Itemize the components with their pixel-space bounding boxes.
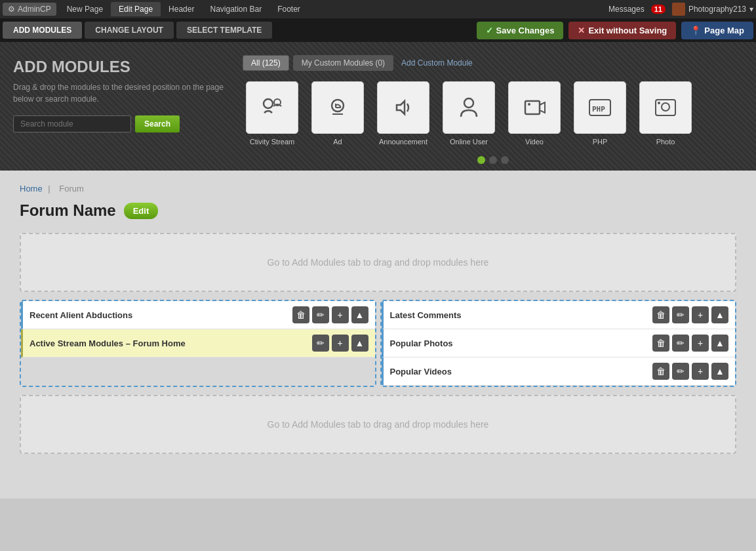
module-search-row: Search xyxy=(13,115,229,133)
popular-videos-add-btn[interactable]: + xyxy=(692,363,709,380)
module-activity-stream[interactable]: Ctivity Stream xyxy=(243,81,302,146)
php-icon-box[interactable]: PHP xyxy=(574,81,626,134)
popular-photos-edit-btn[interactable]: ✏ xyxy=(672,335,689,352)
gear-icon: ⚙ xyxy=(8,5,15,14)
module-online-user[interactable]: Online User xyxy=(439,81,498,146)
popular-videos-delete-btn[interactable]: 🗑 xyxy=(652,363,669,380)
admin-cp-button[interactable]: ⚙ AdminCP xyxy=(3,3,56,16)
online-user-icon xyxy=(456,94,482,121)
video-icon-box[interactable] xyxy=(508,81,561,134)
photo-icon-box[interactable] xyxy=(639,81,692,134)
latest-comments-delete-btn[interactable]: 🗑 xyxy=(652,306,669,323)
recent-alien-edit-btn[interactable]: ✏ xyxy=(312,306,329,323)
right-column: Latest Comments 🗑 ✏ + ▲ Popular Photos 🗑… xyxy=(380,300,737,387)
add-custom-module-link[interactable]: Add Custom Module xyxy=(401,58,473,68)
online-user-icon-box[interactable] xyxy=(443,81,495,134)
messages-label: Messages xyxy=(608,5,645,14)
cross-icon: ✕ xyxy=(578,26,585,35)
active-stream-edit-btn[interactable]: ✏ xyxy=(312,335,329,352)
bottom-drop-zone[interactable]: Go to Add Modules tab to drag and drop m… xyxy=(20,395,736,454)
tab-add-modules[interactable]: ADD MODULES xyxy=(3,22,82,39)
tab-change-layout[interactable]: CHANGE LAYOUT xyxy=(85,22,174,39)
tab-header[interactable]: Header xyxy=(161,2,202,16)
carousel-dot-2[interactable] xyxy=(489,156,497,164)
forum-edit-button[interactable]: Edit xyxy=(124,203,159,219)
username-label: Photography213 xyxy=(688,5,746,14)
save-changes-button[interactable]: ✓ Save Changes xyxy=(477,22,564,39)
header-actions: ✓ Save Changes ✕ Exit without Saving 📍 P… xyxy=(477,22,753,39)
recent-alien-delete-btn[interactable]: 🗑 xyxy=(292,306,309,323)
exit-without-saving-button[interactable]: ✕ Exit without Saving xyxy=(568,22,676,39)
popular-videos-actions: 🗑 ✏ + ▲ xyxy=(652,363,728,380)
recent-alien-add-btn[interactable]: + xyxy=(332,306,349,323)
module-filters: All (125) My Custom Modules (0) Add Cust… xyxy=(243,55,743,71)
latest-comments-edit-btn[interactable]: ✏ xyxy=(672,306,689,323)
admin-cp-label: AdminCP xyxy=(18,5,51,14)
carousel-dot-3[interactable] xyxy=(501,156,509,164)
breadcrumb-home[interactable]: Home xyxy=(20,184,43,194)
tab-edit-page[interactable]: Edit Page xyxy=(111,2,161,16)
ad-icon-box[interactable] xyxy=(311,81,364,134)
module-video[interactable]: Video xyxy=(505,81,564,146)
pin-icon: 📍 xyxy=(690,26,701,35)
popular-photos-up-btn[interactable]: ▲ xyxy=(711,335,728,352)
video-label: Video xyxy=(525,138,544,146)
popular-videos-edit-btn[interactable]: ✏ xyxy=(672,363,689,380)
save-label: Save Changes xyxy=(496,26,555,35)
active-stream-actions: ✏ + ▲ xyxy=(312,335,368,352)
top-drop-zone[interactable]: Go to Add Modules tab to drag and drop m… xyxy=(20,233,736,292)
messages-count[interactable]: 11 xyxy=(651,5,666,14)
tab-new-page[interactable]: New Page xyxy=(59,2,111,16)
filter-all-button[interactable]: All (125) xyxy=(243,55,289,71)
svg-point-2 xyxy=(332,100,344,112)
breadcrumb-separator: | xyxy=(48,184,52,194)
recent-alien-name: Recent Alient Abductions xyxy=(30,310,132,320)
add-modules-sidebar: ADD MODULES Drag & drop the modules to t… xyxy=(0,42,243,171)
active-stream-up-btn[interactable]: ▲ xyxy=(351,335,368,352)
top-navigation-bar: ⚙ AdminCP New Page Edit Page Header Navi… xyxy=(0,0,756,18)
page-map-label: Page Map xyxy=(704,26,744,35)
tab-footer[interactable]: Footer xyxy=(269,2,308,16)
carousel-dot-1[interactable] xyxy=(477,156,485,164)
module-row-latest-comments: Latest Comments 🗑 ✏ + ▲ xyxy=(382,301,736,329)
activity-stream-icon-box[interactable] xyxy=(246,81,298,134)
popular-photos-name: Popular Photos xyxy=(390,338,453,348)
popular-photos-add-btn[interactable]: + xyxy=(692,335,709,352)
module-row-recent-alien: Recent Alient Abductions 🗑 ✏ + ▲ xyxy=(21,301,375,329)
add-modules-title: ADD MODULES xyxy=(13,58,229,76)
filter-custom-button[interactable]: My Custom Modules (0) xyxy=(293,55,393,71)
page-content: Home | Forum Forum Name Edit Go to Add M… xyxy=(0,171,756,499)
svg-point-12 xyxy=(658,102,660,104)
latest-comments-up-btn[interactable]: ▲ xyxy=(711,306,728,323)
latest-comments-actions: 🗑 ✏ + ▲ xyxy=(652,306,728,323)
ad-label: Ad xyxy=(333,138,342,146)
page-map-button[interactable]: 📍 Page Map xyxy=(681,22,753,39)
user-section[interactable]: Photography213 ▾ xyxy=(672,3,753,16)
popular-photos-delete-btn[interactable]: 🗑 xyxy=(652,335,669,352)
video-icon xyxy=(521,94,547,121)
carousel-dots xyxy=(243,156,743,164)
module-ad[interactable]: Ad xyxy=(308,81,367,146)
php-label: PHP xyxy=(593,138,608,146)
search-module-button[interactable]: Search xyxy=(135,115,180,133)
search-module-input[interactable] xyxy=(13,115,131,133)
latest-comments-add-btn[interactable]: + xyxy=(692,306,709,323)
svg-point-11 xyxy=(662,103,669,111)
recent-alien-up-btn[interactable]: ▲ xyxy=(351,306,368,323)
announcement-icon-box[interactable] xyxy=(377,81,429,134)
module-photo[interactable]: Photo xyxy=(636,81,695,146)
activity-stream-icon xyxy=(259,94,285,121)
popular-videos-up-btn[interactable]: ▲ xyxy=(711,363,728,380)
active-stream-name: Active Stream Modules – Forum Home xyxy=(30,338,186,348)
add-modules-description: Drag & drop the modules to the desired p… xyxy=(13,81,229,105)
module-announcement[interactable]: Announcement xyxy=(374,81,433,146)
tab-navigation-bar[interactable]: Navigation Bar xyxy=(202,2,269,16)
modules-grid: Ctivity Stream Ad xyxy=(243,81,743,146)
dropdown-arrow-icon: ▾ xyxy=(749,5,753,14)
tab-select-template[interactable]: SELECT TEMPLATE xyxy=(176,22,272,39)
top-nav-right: Messages 11 Photography213 ▾ xyxy=(608,3,753,16)
module-php[interactable]: PHP PHP xyxy=(570,81,629,146)
exit-label: Exit without Saving xyxy=(588,26,667,35)
active-stream-add-btn[interactable]: + xyxy=(332,335,349,352)
svg-point-4 xyxy=(464,98,473,108)
